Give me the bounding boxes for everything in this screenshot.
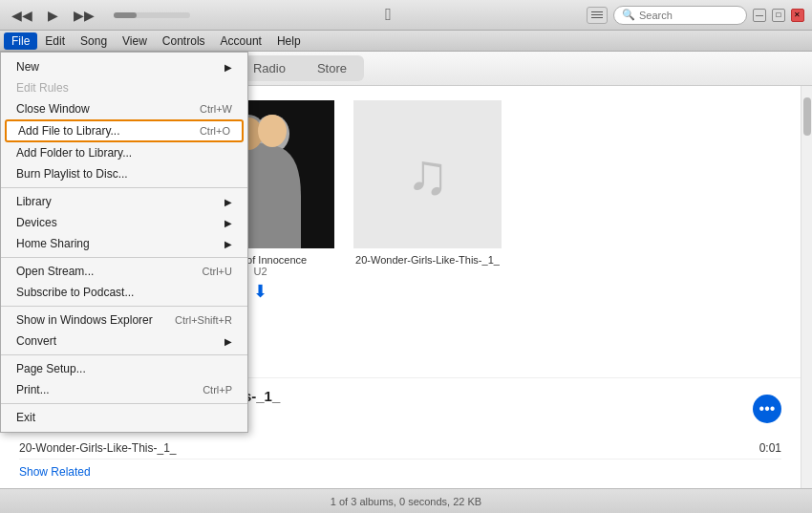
svg-point-15	[258, 115, 287, 147]
album-artist-u2: U2	[253, 266, 267, 277]
menu-new[interactable]: New▶	[1, 56, 247, 77]
more-options-button[interactable]: •••	[753, 395, 781, 423]
scrollbar[interactable]	[801, 86, 812, 488]
menu-account[interactable]: Account	[213, 32, 269, 50]
album-art-wonder: ♫	[353, 100, 502, 248]
menu-view[interactable]: View	[115, 32, 155, 50]
tab-store[interactable]: Store	[302, 57, 362, 79]
menu-add-folder[interactable]: Add Folder to Library...	[1, 142, 247, 163]
close-button[interactable]: ✕	[791, 9, 804, 22]
back-button[interactable]: ◀◀	[8, 6, 36, 25]
menu-home-sharing[interactable]: Home Sharing▶	[1, 233, 247, 254]
menu-subscribe-podcast[interactable]: Subscribe to Podcast...	[1, 282, 247, 303]
status-text: 1 of 3 albums, 0 seconds, 22 KB	[331, 496, 481, 507]
menu-edit[interactable]: Edit	[37, 32, 73, 50]
menu-show-explorer[interactable]: Show in Windows ExplorerCtrl+Shift+R	[1, 310, 247, 331]
menu-library[interactable]: Library▶	[1, 191, 247, 212]
menu-song[interactable]: Song	[73, 32, 115, 50]
menu-open-stream[interactable]: Open Stream...Ctrl+U	[1, 261, 247, 282]
track-duration: 0:01	[759, 441, 781, 455]
file-dropdown-menu: New▶ Edit Rules Close WindowCtrl+W Add F…	[0, 52, 248, 433]
menu-exit[interactable]: Exit	[1, 407, 247, 428]
search-input[interactable]	[639, 10, 738, 21]
apple-logo: 	[385, 5, 392, 25]
menu-print[interactable]: Print...Ctrl+P	[1, 379, 247, 400]
menu-bar: File Edit Song View Controls Account Hel…	[0, 31, 812, 52]
menu-page-setup[interactable]: Page Setup...	[1, 358, 247, 379]
track-name: 20-Wonder-Girls-Like-This-_1_	[19, 441, 177, 455]
show-related-button[interactable]: Show Related	[19, 465, 91, 479]
menu-help[interactable]: Help	[269, 32, 309, 50]
menu-close-window[interactable]: Close WindowCtrl+W	[1, 98, 247, 119]
menu-devices[interactable]: Devices▶	[1, 212, 247, 233]
download-icon-u2[interactable]: ⬇	[253, 281, 267, 302]
menu-convert[interactable]: Convert▶	[1, 331, 247, 352]
title-bar-left: ◀◀ ▶ ▶▶	[8, 6, 190, 25]
status-bar: 1 of 3 albums, 0 seconds, 22 KB	[0, 488, 812, 513]
music-note-icon: ♫	[406, 141, 449, 207]
progress-bar[interactable]	[114, 12, 190, 18]
scrollbar-thumb[interactable]	[803, 97, 811, 136]
forward-button[interactable]: ▶▶	[70, 6, 98, 25]
search-box[interactable]: 🔍	[613, 6, 747, 25]
menu-add-file[interactable]: Add File to Library...Ctrl+O	[5, 119, 244, 142]
maximize-button[interactable]: □	[772, 9, 785, 22]
hamburger-button[interactable]	[587, 7, 608, 24]
play-button[interactable]: ▶	[44, 6, 62, 25]
menu-file[interactable]: File	[4, 32, 37, 50]
minimize-button[interactable]: —	[753, 9, 766, 22]
menu-edit-rules: Edit Rules	[1, 77, 247, 98]
title-bar: ◀◀ ▶ ▶▶  🔍 — □ ✕	[0, 0, 812, 31]
album-card-wonder[interactable]: ♫ 20-Wonder-Girls-Like-This-_1_	[353, 100, 502, 302]
album-title-wonder: 20-Wonder-Girls-Like-This-_1_	[355, 254, 500, 266]
menu-controls[interactable]: Controls	[155, 32, 213, 50]
menu-burn-playlist[interactable]: Burn Playlist to Disc...	[1, 163, 247, 184]
track-row: 20-Wonder-Girls-Like-This-_1_ 0:01	[19, 438, 781, 460]
title-bar-right: 🔍 — □ ✕	[587, 6, 804, 25]
